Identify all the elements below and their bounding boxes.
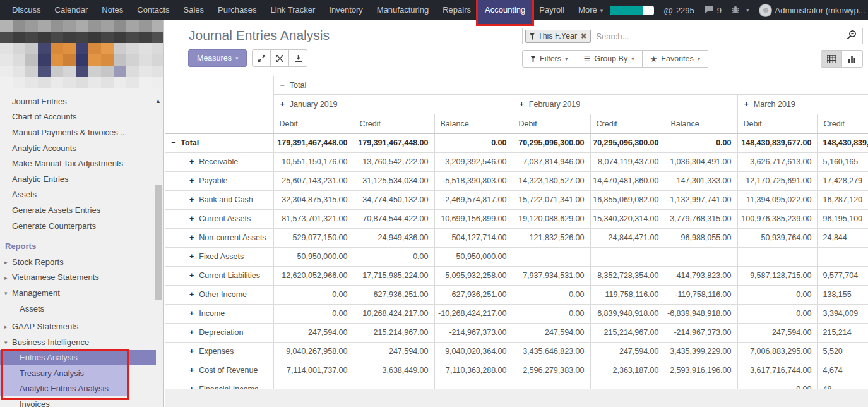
measures-button[interactable]: Measures ▾ (188, 49, 247, 67)
expand-icon[interactable]: + (189, 309, 194, 318)
chevron-down-icon[interactable]: ▾ (4, 339, 8, 347)
menu-item-inventory[interactable]: Inventory (322, 0, 369, 20)
pivot-measure-header[interactable]: Balance (665, 114, 737, 134)
facet-remove-icon[interactable]: ✖ (580, 32, 590, 40)
pivot-measure-header[interactable]: Credit (590, 114, 665, 134)
pivot-cell: 0.00 (513, 286, 590, 305)
sidebar-item-vietnamese-statements[interactable]: ▸Vietnamese Statements (0, 270, 163, 286)
pivot-row-total[interactable]: −Total (165, 134, 273, 153)
sidebar-item-business-intelligence[interactable]: ▾Business Intelligence (0, 334, 163, 350)
pivot-row-payable[interactable]: +Payable (165, 172, 273, 191)
menu-item-discuss[interactable]: Discuss (5, 0, 48, 20)
expand-icon[interactable]: + (189, 252, 194, 261)
menu-item-notes[interactable]: Notes (95, 0, 130, 20)
download-button[interactable] (288, 49, 307, 67)
sidebar-item-management[interactable]: ▾Management (0, 285, 163, 301)
sidebar-item-treasury-analysis[interactable]: Treasury Analysis (0, 365, 129, 381)
sidebar-item-analytic-entries-analysis[interactable]: Analytic Entries Analysis (0, 381, 129, 397)
expand-icon[interactable]: + (189, 157, 194, 166)
expand-icon[interactable]: + (189, 328, 194, 337)
sidebar-item-generate-counterparts[interactable]: Generate Counterparts (0, 218, 163, 234)
pivot-measure-header[interactable]: Debit (737, 114, 817, 134)
expand-icon[interactable]: + (280, 100, 285, 109)
menu-item-repairs[interactable]: Repairs (436, 0, 478, 20)
pivot-row-expenses[interactable]: +Expenses (165, 343, 273, 361)
collapse-icon[interactable]: − (280, 81, 285, 90)
menu-item-link-tracker[interactable]: Link Tracker (264, 0, 323, 20)
sidebar-item-analytic-accounts[interactable]: Analytic Accounts (0, 140, 163, 156)
expand-icon[interactable]: + (189, 290, 194, 299)
pivot-row-current-liabilities[interactable]: +Current Liabilities (165, 267, 273, 286)
sidebar-item-manual-payments-invoices[interactable]: Manual Payments & Invoices ... (0, 125, 163, 140)
chevron-right-icon[interactable]: ▸ (4, 274, 8, 282)
favorites-button[interactable]: ★ Favorites ▾ (642, 50, 709, 68)
pivot-measure-header[interactable]: Debit (513, 114, 590, 134)
sidebar-item-assets[interactable]: Assets (0, 187, 163, 203)
pivot-measure-header[interactable]: Credit (354, 114, 434, 134)
pivot-row-current-assets[interactable]: +Current Assets (165, 210, 273, 229)
menu-item-manufacturing[interactable]: Manufacturing (370, 0, 436, 20)
activities-indicator[interactable]: @ 2295 (663, 5, 694, 16)
menu-item-purchases[interactable]: Purchases (211, 0, 263, 20)
pivot-measure-header[interactable]: Credit (817, 114, 868, 134)
chevron-right-icon[interactable]: ▸ (4, 258, 8, 267)
pivot-col-march-2019[interactable]: +March 2019 (737, 95, 868, 114)
sidebar-scroll-up-icon[interactable]: ▲ (155, 98, 161, 104)
pivot-row-depreciation[interactable]: +Depreciation (165, 324, 273, 343)
menu-item-sales[interactable]: Sales (177, 0, 211, 20)
menu-item-calendar[interactable]: Calendar (48, 0, 95, 20)
expand-icon[interactable]: + (189, 347, 194, 356)
sidebar-scrollbar[interactable] (155, 185, 162, 300)
search-icon[interactable] (846, 30, 857, 42)
pivot-col-january-2019[interactable]: +January 2019 (273, 95, 513, 114)
sidebar-item-analytic-entries[interactable]: Analytic Entries (0, 171, 163, 187)
pivot-measure-header[interactable]: Balance (434, 114, 513, 134)
chevron-down-icon[interactable]: ▾ (4, 289, 8, 298)
sidebar-item-chart-of-accounts[interactable]: Chart of Accounts (0, 109, 163, 125)
sidebar-item-make-manual-tax-adjustments[interactable]: Make Manual Tax Adjustments (0, 155, 163, 171)
sidebar-item-journal-entries[interactable]: Journal Entries (0, 94, 163, 109)
expand-icon[interactable]: + (744, 100, 749, 109)
pivot-row-fixed-assets[interactable]: +Fixed Assets (165, 248, 273, 267)
expand-all-button[interactable] (252, 49, 271, 67)
expand-icon[interactable]: + (189, 195, 194, 204)
menu-item-more[interactable]: More▾ (571, 0, 610, 20)
search-facet[interactable]: This F.Year ✖ (525, 30, 591, 43)
pivot-row-financial-income[interactable]: +Financial Income (165, 380, 273, 389)
expand-icon[interactable]: + (189, 214, 194, 223)
menu-item-accounting[interactable]: Accounting (478, 0, 532, 24)
menu-item-payroll[interactable]: Payroll (532, 0, 571, 20)
collapse-icon[interactable]: − (171, 138, 175, 147)
search-input[interactable]: This F.Year ✖ Search... (522, 28, 863, 44)
chart-view-button[interactable] (841, 50, 863, 68)
pivot-row-other-income[interactable]: +Other Income (165, 286, 273, 305)
sidebar-item-gaap-statements[interactable]: ▸GAAP Statements (0, 319, 163, 334)
sidebar-item-stock-reports[interactable]: ▸Stock Reports (0, 254, 163, 270)
pivot-row-income[interactable]: +Income (165, 305, 273, 324)
pivot-view-button[interactable] (821, 50, 842, 68)
groupby-button[interactable]: ☰ Group By ▾ (576, 50, 643, 68)
pivot-row-receivable[interactable]: +Receivable (165, 153, 273, 172)
pivot-measure-header[interactable]: Debit (273, 114, 354, 134)
pivot-row-non-current-assets[interactable]: +Non-current Assets (165, 229, 273, 248)
pivot-row-cost-of-revenue[interactable]: +Cost of Revenue (165, 361, 273, 380)
pivot-row-bank-and-cash[interactable]: +Bank and Cash (165, 191, 273, 210)
sidebar-item-generate-assets-entries[interactable]: Generate Assets Entries (0, 202, 163, 218)
expand-icon[interactable]: + (189, 233, 194, 242)
chevron-right-icon[interactable]: ▸ (4, 323, 8, 331)
expand-icon[interactable]: + (189, 271, 194, 280)
sidebar-item-invoices[interactable]: Invoices (0, 396, 163, 407)
flip-axis-button[interactable] (270, 49, 289, 67)
debug-menu[interactable]: ▾ (731, 5, 749, 16)
pivot-col-total[interactable]: −Total (273, 76, 868, 95)
menu-item-contacts[interactable]: Contacts (130, 0, 176, 20)
messages-indicator[interactable]: 9 (704, 5, 722, 16)
filters-button[interactable]: Filters ▾ (522, 50, 576, 68)
sidebar-item-assets[interactable]: Assets (0, 301, 163, 317)
pivot-col-february-2019[interactable]: +February 2019 (513, 95, 737, 114)
expand-icon[interactable]: + (189, 366, 194, 375)
user-menu[interactable]: Administrator (mknwyp... ▾ (759, 4, 868, 17)
sidebar-item-entries-analysis[interactable]: Entries Analysis (0, 350, 156, 366)
expand-icon[interactable]: + (189, 176, 194, 185)
expand-icon[interactable]: + (520, 100, 524, 109)
